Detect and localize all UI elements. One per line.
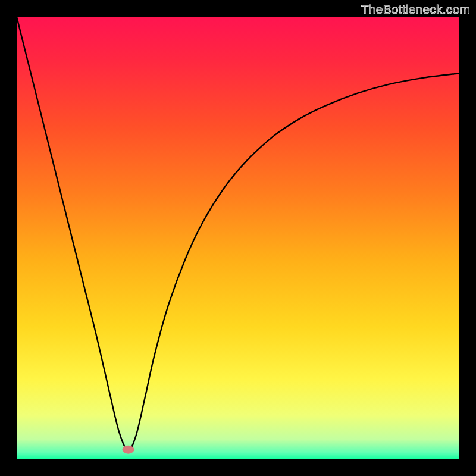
plot-area: [17, 17, 459, 459]
outer-frame: TheBottleneck.com: [0, 0, 476, 476]
minimum-marker: [122, 446, 134, 454]
chart-svg: [17, 17, 459, 459]
watermark-text: TheBottleneck.com: [361, 2, 470, 17]
